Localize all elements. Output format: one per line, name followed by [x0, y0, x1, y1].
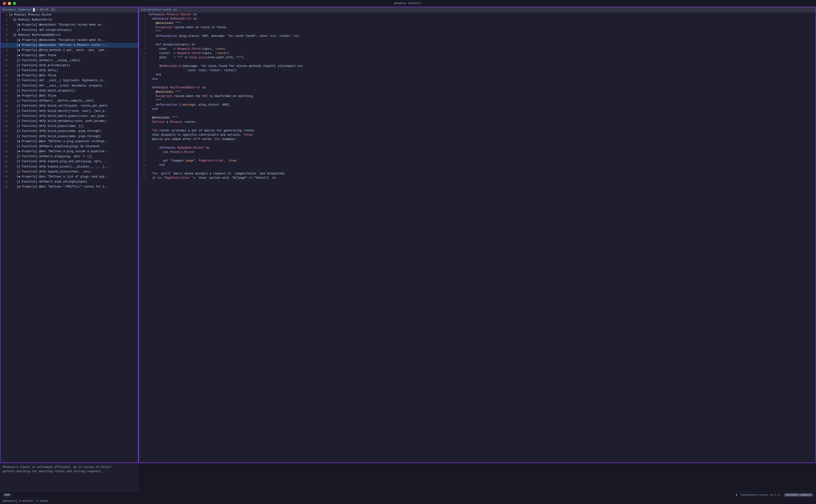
- symbol-item[interactable]: 6[◆ Property] @moduledoc "Exception rais…: [0, 38, 138, 43]
- code-line: 19 @moduledoc """: [139, 90, 816, 94]
- symbol-item[interactable]: 7[◆ Property] @moduledoc "Defines a Phoe…: [0, 43, 138, 48]
- code-area[interactable]: 1defmodule Phoenix.Router do2 defmodule …: [139, 12, 816, 462]
- symbol-text: [⚙ Module] NoRouteError: [13, 18, 53, 22]
- symbol-item[interactable]: 11[ƒ Function] defp prelude(opts): [0, 63, 138, 68]
- symbol-item[interactable]: 26[◆ Property] @doc "Defines a plug pipe…: [0, 139, 138, 144]
- symbol-item[interactable]: 9[◆ Property] @doc false: [0, 53, 138, 58]
- code-line: 11 path = "/" <> Enum.join(conn.path_inf…: [139, 55, 816, 60]
- code-line-number: 8: [139, 43, 149, 47]
- code-line-number: 39: [139, 176, 149, 180]
- symbol-text: [ƒ Function] defp build_match({route, ex…: [17, 109, 108, 113]
- code-line: 32 defmodule MyAppWeb.Router do: [139, 146, 816, 150]
- code-header: lib/phoenix/router.ex: [139, 7, 816, 12]
- symbol-item[interactable]: 17[◆ Property] @doc false: [0, 93, 138, 98]
- status-symbol-mode: document_symbols: [784, 493, 813, 497]
- symbol-item[interactable]: 12[ƒ Function] defp defs(): [0, 68, 138, 73]
- status-bar: FZF ◆ lib/phoenix/router.ex:1:1: documen…: [0, 492, 816, 498]
- symbol-item[interactable]: 18[ƒ Function] defmacro __before_compile…: [0, 98, 138, 103]
- symbol-line-num: 28: [1, 150, 8, 154]
- code-line-content: The router provides a set of macros for …: [149, 129, 816, 133]
- symbol-line-num: 6: [1, 38, 8, 43]
- main-content: Document Symbols> < 66/66 (0) 1[⚙ Module…: [0, 7, 816, 463]
- symbol-text: [ƒ Function] defmacro __using__(opts): [17, 58, 80, 63]
- code-line: 17: [139, 81, 816, 86]
- symbol-item[interactable]: 2[⚙ Module] NoRouteError: [0, 17, 138, 22]
- symbol-text: [ƒ Function] defp expand_alias({:__alias…: [17, 165, 110, 169]
- code-line: 13 %NoRouteError{message: "no route foun…: [139, 64, 816, 68]
- code-line-content: defmodule Phoenix.Router do: [149, 12, 816, 17]
- code-line-content: @moduledoc """: [149, 90, 816, 94]
- code-line-number: 12: [139, 60, 149, 64]
- maximize-button[interactable]: [13, 2, 16, 5]
- symbol-item[interactable]: 16[ƒ Function] defp match_dispatch(): [0, 88, 138, 93]
- code-line-content: def exception(opts) do: [149, 43, 816, 47]
- code-line-content: """: [149, 30, 816, 34]
- symbol-line-num: 15: [1, 84, 8, 88]
- minimize-button[interactable]: [8, 2, 11, 5]
- code-line-number: 2: [139, 17, 149, 21]
- code-line: 4 Exception raised when no route is foun…: [139, 25, 816, 30]
- symbol-item[interactable]: 24[ƒ Function] defp build_pipes(name, pi…: [0, 129, 138, 134]
- symbol-item[interactable]: 34[ƒ Function] defmacro pipe_through(pip…: [0, 179, 138, 184]
- symbol-text: [ƒ Function] defp build_metadata(route, …: [17, 119, 106, 123]
- code-line-content: %NoRouteError{message: "no route found f…: [149, 64, 816, 68]
- symbol-item[interactable]: 30[ƒ Function] defp expand_plug_and_opts…: [0, 159, 138, 164]
- code-line-content: [149, 124, 816, 129]
- symbol-text: [ƒ Function] defp expand_alias(other, _e…: [17, 170, 91, 174]
- symbol-text: [◆ Property] @http_methods [:get, :post,…: [17, 48, 108, 53]
- symbol-item[interactable]: 14[ƒ Function] def __call__( %{private: …: [0, 78, 138, 83]
- symbol-text: [ƒ Function] defmacro plug(plug, opts \\…: [17, 154, 92, 159]
- code-line-number: 4: [139, 25, 149, 30]
- symbol-text: [ƒ Function] defp build_pipes(name, pipe…: [17, 129, 101, 134]
- symbol-item[interactable]: 8[◆ Property] @http_methods [:get, :post…: [0, 48, 138, 53]
- symbol-text: [ƒ Function] defp build_verify(path, rou…: [17, 104, 108, 108]
- code-line-content: macros are named after HTTP verbs. For e…: [149, 137, 816, 141]
- code-line-number: 9: [139, 47, 149, 51]
- code-line: 7: [139, 38, 816, 43]
- symbol-item[interactable]: 31[ƒ Function] defp expand_alias({:__ali…: [0, 164, 138, 169]
- symbol-item[interactable]: 25[ƒ Function] defp build_pipes(name, pi…: [0, 134, 138, 139]
- code-line-content: [149, 141, 816, 146]
- symbol-text: [◆ Property] @doc "Defines a list of plu…: [17, 175, 108, 179]
- symbol-item[interactable]: 1[⚙ Module] Phoenix.Router: [0, 12, 138, 17]
- symbol-item[interactable]: 15[ƒ Function] def __call__(conn, metada…: [0, 83, 138, 88]
- symbol-item[interactable]: 35[◆ Property] @doc "Defines \"RESTful\"…: [0, 184, 138, 189]
- code-line-content: [149, 167, 816, 172]
- status-diamond: ◆: [736, 493, 737, 496]
- symbol-text: [ƒ Function] defmacro pipeline(plug) do …: [17, 144, 99, 149]
- symbol-line-num: 3: [1, 23, 8, 27]
- code-line-number: 13: [139, 64, 149, 68]
- symbol-line-num: 21: [1, 114, 8, 118]
- symbol-item[interactable]: 19[ƒ Function] defp build_verify(path, r…: [0, 103, 138, 108]
- symbol-item[interactable]: 3[◆ Property] @moduledoc "Exception rais…: [0, 22, 138, 27]
- symbol-item[interactable]: 21[ƒ Function] defp build_match_pipes(ro…: [0, 114, 138, 119]
- code-line: 9 conn = Keyword.fetch!(opts, :conn): [139, 47, 816, 51]
- symbol-line-num: 11: [1, 64, 8, 68]
- code-line-number: 27: [139, 124, 149, 129]
- symbol-item[interactable]: 22[ƒ Function] defp build_metadata(route…: [0, 119, 138, 124]
- code-line-content: [149, 81, 816, 86]
- code-line-content: end: [149, 163, 816, 167]
- symbol-item[interactable]: 27[ƒ Function] defmacro pipeline(plug) d…: [0, 144, 138, 149]
- code-line-content: use Phoenix.Router: [149, 150, 816, 154]
- symbol-item[interactable]: 32[ƒ Function] defp expand_alias(other, …: [0, 169, 138, 174]
- close-button[interactable]: [3, 2, 6, 5]
- symbol-item[interactable]: 33[◆ Property] @doc "Defines a list of p…: [0, 174, 138, 179]
- symbol-item[interactable]: 29[ƒ Function] defmacro plug(plug, opts …: [0, 154, 138, 159]
- code-line-number: 19: [139, 90, 149, 94]
- code-line-number: 18: [139, 86, 149, 90]
- symbol-item[interactable]: 20[ƒ Function] defp build_match({route, …: [0, 109, 138, 114]
- symbol-line-num: 20: [1, 109, 8, 113]
- code-line-number: 20: [139, 94, 149, 98]
- code-line-content: [149, 60, 816, 64]
- symbol-item[interactable]: 28[◆ Property] @doc "Defines a plug insi…: [0, 149, 138, 154]
- symbol-text: [ƒ Function] def exception(opts): [17, 28, 72, 32]
- symbol-item[interactable]: 5[⚙ Module] MalformedURIError: [0, 33, 138, 38]
- symbol-item[interactable]: 10[ƒ Function] defmacro __using__(opts): [0, 58, 138, 63]
- symbol-item[interactable]: 4[ƒ Function] def exception(opts): [0, 28, 138, 33]
- window-title: phoenix (editor): [394, 2, 422, 5]
- symbol-item[interactable]: 23[ƒ Function] defp build_pipes(name, []…: [0, 124, 138, 129]
- symbol-list[interactable]: 1[⚙ Module] Phoenix.Router2[⚙ Module] No…: [0, 12, 138, 462]
- symbol-item[interactable]: 13[◆ Property] @doc false: [0, 73, 138, 78]
- code-line: 26 Defines a Phoenix router.: [139, 120, 816, 124]
